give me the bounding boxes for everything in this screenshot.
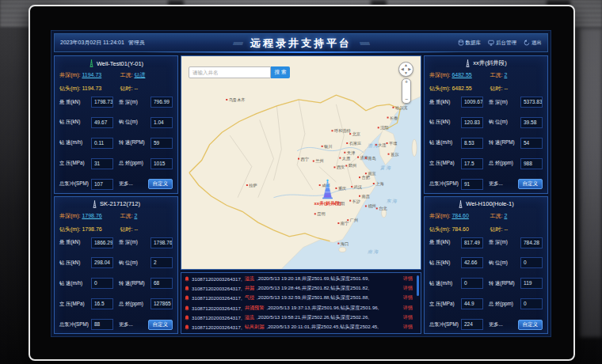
param-row: 立 压(MPa)44.9 总 烃(ppm)0 (429, 298, 543, 309)
control-room-photo: 2023年03月02日 11:24:01管理员 ////////////////… (0, 0, 602, 364)
param-label: 悬 重(kN) (59, 99, 89, 106)
well-name: xx井(斜井段) (473, 59, 507, 67)
city-label: 太原 (342, 156, 351, 161)
city-label: 大连 (378, 142, 386, 148)
city-dot (339, 157, 341, 159)
city-label: 南昌 (361, 194, 369, 199)
map-search: 搜 索 (189, 66, 290, 78)
city-label: 济南 (360, 155, 368, 161)
search-button[interactable]: 搜 索 (271, 66, 290, 78)
customize-button[interactable]: 自定义 (148, 179, 173, 189)
city-dot (345, 165, 347, 166)
param-value-box: 127865 (150, 298, 173, 309)
city-label: 武汉 (354, 184, 363, 190)
alarm-detail-link[interactable]: 详情 (403, 275, 413, 282)
well-depth-value: 784.60 (452, 213, 468, 218)
logout-button[interactable]: 退出 (524, 40, 542, 47)
alarm-bell-icon (185, 305, 189, 311)
zoom-out-button[interactable]: − (405, 97, 408, 103)
customize-button[interactable]: 自定义 (518, 320, 543, 330)
map-zoom-control[interactable]: + − (402, 78, 411, 104)
alarm-type: 钻具刺漏 (245, 324, 265, 331)
zoom-in-button[interactable]: + (405, 79, 408, 85)
city-label: 福州 (368, 203, 375, 209)
alarm-detail-link[interactable]: 详情 (403, 285, 413, 292)
param-value-box: 59 (150, 138, 173, 149)
alarm-bell-icon (185, 324, 189, 330)
param-label: 垂 深(m) (119, 99, 148, 106)
drill-time-value: -- (134, 85, 138, 91)
city-label: 重庆 (338, 186, 346, 191)
well-depth-label: 井深(m): (429, 213, 450, 218)
main-area: Well-Test01(Y-01) 井深(m): 1194.73 工况: 钻进 … (54, 55, 548, 334)
param-row: 钻 压(kN)120.83 钩 位(m)39.58 (429, 117, 543, 128)
param-label: 转 速(RPM) (489, 139, 518, 146)
city-dot (322, 146, 323, 147)
alarm-detail: ,2020/5/13 19:32:59,井深2501.88,钻头深度2501.8… (257, 294, 369, 301)
derrick-icon (89, 59, 94, 67)
city-label: 上海 (375, 181, 384, 187)
admin-button[interactable]: 后台管理 (488, 40, 516, 47)
alarm-detail-link[interactable]: 详情 (403, 324, 413, 331)
map-pan-control[interactable]: ▲ ▼ ◀ ▶ (398, 62, 413, 77)
param-label: 悬 重(kN) (59, 239, 89, 246)
param-value-box: 119 (520, 278, 543, 289)
alarm-detail-link[interactable]: 详情 (403, 314, 413, 321)
param-label: 钻 压(kN) (429, 119, 459, 126)
pan-right-icon[interactable]: ▶ (408, 67, 411, 71)
city-dot (392, 107, 394, 108)
well-depth-value: 6482.55 (452, 72, 471, 78)
well-summary: 井深(m): 1194.73 工况: 钻进 钻头(m): 1194.73 钻时:… (59, 71, 173, 93)
title-deco-right: \\\\\\\\\\\\\\\\\\ (360, 41, 369, 46)
city-dot (376, 207, 378, 209)
city-dot (359, 176, 360, 178)
well-depth-label: 井深(m): (59, 213, 80, 218)
background-window (580, 28, 602, 337)
scrollbar-thumb[interactable] (417, 275, 419, 296)
alarm-type: 溢流 (245, 314, 254, 321)
param-row: 钻 速(m/h)0 转 速(RPM)119 (429, 278, 543, 289)
database-button[interactable]: 数据库 (458, 40, 482, 47)
param-value-box: 1015 (150, 158, 173, 169)
condition-label: 工况: (490, 72, 502, 78)
well-summary: 井深(m): 6482.55 工况: 2 钻头(m): 6482.55 钻时: … (429, 71, 543, 93)
panel-footer: 总泵冲(SPM)88 更多...自定义 (59, 319, 173, 330)
city-dot (388, 154, 390, 155)
more-link[interactable]: 更多... (489, 321, 503, 328)
param-value-box: 5373.83 (520, 97, 543, 108)
well-search-input[interactable] (189, 66, 271, 78)
header-actions: 数据库后台管理退出 (458, 40, 543, 47)
more-link[interactable]: 更多... (489, 180, 503, 188)
derrick-icon (465, 59, 471, 67)
right-well-column: xx井(斜井段) 井深(m): 6482.55 工况: 2 钻头(m): 648… (424, 55, 548, 334)
alarm-detail-link[interactable]: 详情 (403, 294, 413, 301)
city-dot (335, 188, 337, 189)
pan-down-icon[interactable]: ▼ (404, 71, 408, 75)
param-value-box: 224 (461, 319, 483, 330)
condition-value: 2 (504, 213, 507, 218)
well-name: Well-Test01(Y-01) (97, 60, 143, 67)
param-row: 悬 重(kN)1866.29 垂 深(m)1798.76 (59, 237, 173, 248)
customize-button[interactable]: 自定义 (148, 320, 173, 330)
alarm-detail-link[interactable]: 详情 (403, 305, 413, 312)
customize-button[interactable]: 自定义 (518, 179, 543, 189)
param-label: 钻 速(m/h) (59, 139, 89, 146)
city-label: 昆明 (317, 211, 325, 217)
bit-depth-value: 6482.55 (452, 85, 471, 91)
param-label: 钻 压(kN) (59, 119, 89, 126)
more-link[interactable]: 更多... (119, 180, 133, 188)
pan-left-icon[interactable]: ◀ (401, 67, 404, 71)
drill-time-label: 钻时: (490, 85, 502, 91)
well-panel: Wei-H100(Hole-1) 井深(m): 784.60 工况: 2 钻头(… (424, 196, 548, 335)
param-label: 立 压(MPa) (59, 301, 89, 308)
map-canvas: 渤 海黄 海东 海南 海 乌鲁木齐拉萨西宁兰州银川呼和浩特北京天津石家庄太原济南… (181, 56, 421, 269)
param-row: 钻 速(m/h)0 转 速(RPM)68 (59, 278, 173, 289)
admin-console-icon (488, 40, 494, 46)
city-dot (346, 142, 348, 144)
more-link[interactable]: 更多... (119, 321, 133, 328)
china-map[interactable]: 渤 海黄 海东 海南 海 乌鲁木齐拉萨西宁兰州银川呼和浩特北京天津石家庄太原济南… (181, 55, 421, 270)
city-label: 首尔 (391, 152, 399, 157)
param-label: 钻 速(m/h) (429, 280, 459, 287)
well-panel-title: Wei-H100(Hole-1) (429, 199, 543, 209)
alarm-id: 310871202003264317, (192, 276, 242, 282)
